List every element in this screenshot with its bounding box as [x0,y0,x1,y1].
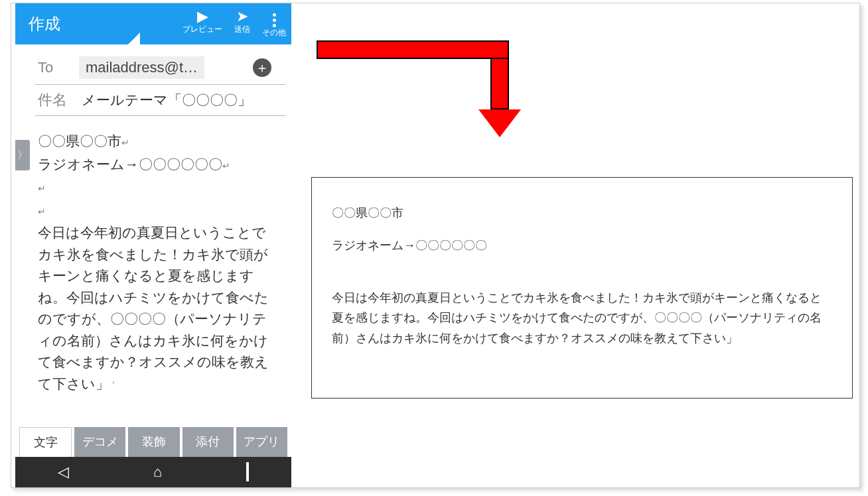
android-navbar: ◁ ⌂ [15,457,291,487]
home-button[interactable]: ⌂ [153,464,162,481]
newline-mark-icon: ↵ [38,206,46,217]
send-icon: ➤ [236,9,248,24]
compose-title: 作成 [21,13,60,34]
more-label: その他 [262,27,286,38]
more-button[interactable]: その他 [262,9,286,38]
compose-titlebar: 作成 ▶ プレビュー ➤ 送信 その他 [15,3,291,44]
flow-arrow-icon [317,40,521,137]
add-recipient-button[interactable]: ＋ [253,58,271,77]
square-icon [246,462,249,481]
body-line1: 〇〇県〇〇市 [38,133,121,149]
title-actions: ▶ プレビュー ➤ 送信 その他 [182,9,286,38]
preview-label: プレビュー [182,24,222,35]
send-button[interactable]: ➤ 送信 [234,9,250,35]
header-fields: To mailaddress@t… ＋ 件名 メールテーマ「〇〇〇〇」 [15,44,291,119]
send-label: 送信 [234,24,250,35]
tab-attach[interactable]: 添付 [182,427,234,457]
subject-label: 件名 [38,90,72,110]
to-chip[interactable]: mailaddress@t… [79,56,204,79]
more-icon [273,9,276,27]
output-preview: 〇〇県〇〇市 ラジオネーム→〇〇〇〇〇〇 今日は今年初の真夏日ということでカキ氷… [311,177,853,399]
newline-mark-icon: ↵ [222,160,230,171]
phone-mock: 作成 ▶ プレビュー ➤ 送信 その他 To mailaddress@t… [15,3,291,487]
body-paragraph: 今日は今年初の真夏日ということでカキ氷を食べました！カキ氷で頭がキーンと痛くなる… [38,225,269,391]
bottom-tabbar: 文字 デコメ 装飾 添付 アプリ [15,424,291,457]
preview-button[interactable]: ▶ プレビュー [182,9,222,35]
tab-decome[interactable]: デコメ [74,427,125,457]
out-line2: ラジオネーム→〇〇〇〇〇〇 [332,235,832,256]
tab-decor[interactable]: 装飾 [128,427,179,457]
recent-button[interactable] [246,464,249,481]
to-label: To [38,59,72,76]
newline-mark-icon: ↵ [38,183,46,194]
back-button[interactable]: ◁ [58,464,69,481]
to-row[interactable]: To mailaddress@t… ＋ [35,51,286,85]
out-line1: 〇〇県〇〇市 [332,203,832,223]
play-icon: ▶ [197,9,208,24]
body-line2: ラジオネーム→〇〇〇〇〇〇 [38,156,222,172]
subject-row[interactable]: 件名 メールテーマ「〇〇〇〇」 [35,85,286,116]
subject-input[interactable]: メールテーマ「〇〇〇〇」 [79,91,252,109]
body-textarea[interactable]: 〇〇県〇〇市↵ ラジオネーム→〇〇〇〇〇〇↵ ↵ ↵ 今日は今年初の真夏日という… [15,119,291,424]
tab-text[interactable]: 文字 [19,427,72,457]
cursor-mark-icon: ˈ [109,380,115,391]
canvas: 作成 ▶ プレビュー ➤ 送信 その他 To mailaddress@t… [11,3,860,488]
out-paragraph: 今日は今年初の真夏日ということでカキ氷を食べました！カキ氷で頭がキーンと痛くなる… [332,288,832,349]
tab-app[interactable]: アプリ [236,427,287,457]
newline-mark-icon: ↵ [121,137,129,148]
